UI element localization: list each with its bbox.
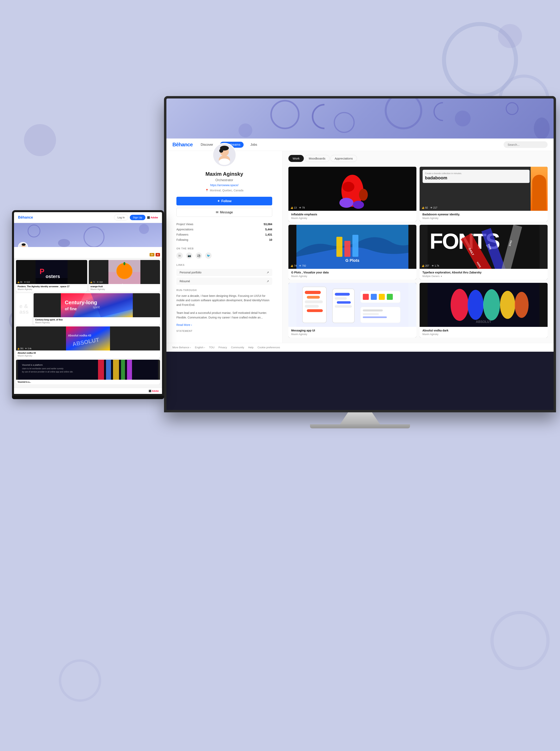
- message-button[interactable]: ✉ Message: [176, 208, 272, 217]
- tablet-signup-button[interactable]: Sign Up: [130, 215, 145, 220]
- behance-logo: Bēhance: [173, 141, 193, 148]
- social-linkedin[interactable]: in: [176, 252, 183, 259]
- link-portfolio[interactable]: Personal portfolio ↗: [176, 269, 272, 276]
- project-card-absolut[interactable]: ABSOLUT Absolut vodka dark Maxim Aginsky: [420, 283, 547, 338]
- stats-table: Project Views 53,084 Appreciations 5,444…: [176, 222, 272, 243]
- tablet-nav-buttons: Log In Sign Up ⬛ Adobe: [114, 215, 158, 220]
- svg-point-73: [58, 239, 70, 247]
- svg-point-23: [342, 182, 354, 192]
- svg-rect-47: [307, 309, 323, 312]
- tab-appreciations[interactable]: Appreciations: [331, 155, 357, 162]
- svg-text:G Plots: G Plots: [345, 258, 359, 263]
- tablet-screen: Bēhance Log In Sign Up ⬛ Adobe: [12, 210, 164, 396]
- svg-rect-59: [363, 309, 383, 311]
- profile-title: Orchestrator: [176, 178, 272, 182]
- link-resume[interactable]: Résumé ↗: [176, 277, 272, 285]
- tablet-footer: ⬛ Adobe: [14, 388, 162, 394]
- svg-point-11: [386, 98, 421, 128]
- tablet-proj-poster-info: Posters. The Aginsky identity arrowww . …: [16, 284, 87, 292]
- tablet-badge-ai: Gr: [149, 253, 154, 256]
- project-card-fonts[interactable]: FONTS DAILY HOPE TYPE: [420, 225, 547, 280]
- tablet-proj-dark[interactable]: Vouvred is a platform claim to let world…: [16, 360, 160, 384]
- svg-rect-105: [127, 360, 132, 380]
- svg-rect-54: [363, 294, 369, 300]
- stats-row-views: Project Views 53,084: [176, 222, 272, 227]
- tablet-proj-dark-info: Vouvred is a...: [16, 380, 160, 384]
- nav-discover[interactable]: Discover: [199, 142, 215, 148]
- svg-rect-28: [336, 237, 342, 257]
- tab-work[interactable]: Work: [288, 155, 304, 162]
- footer-cookie-prefs[interactable]: Cookie preferences: [257, 346, 280, 349]
- tablet-proj-row-1: P osters 👍 86 👁 619 Posters. The Aginsky…: [16, 260, 160, 292]
- project-info-fonts: Typeface exploration; Absolut thru Zabar…: [420, 269, 547, 280]
- profile-content: Maxim Aginsky Orchestrator https://arrow…: [166, 151, 554, 343]
- svg-rect-50: [335, 297, 347, 300]
- svg-point-76: [22, 244, 26, 246]
- svg-point-86: [123, 262, 125, 265]
- tablet-proj-row-2: e & ass: [16, 293, 160, 325]
- project-card-inflatable[interactable]: 👍 13 👁 79 Inflatable emphasis Maxim Agin…: [288, 167, 416, 222]
- tablet-proj-orange[interactable]: MAXYIM 👍 71 👁 410 orange-fruit Maxim Agi…: [89, 260, 160, 292]
- tablet-proj-poster[interactable]: P osters 👍 86 👁 619 Posters. The Aginsky…: [16, 260, 87, 292]
- svg-rect-46: [305, 305, 319, 308]
- svg-point-12: [455, 111, 471, 126]
- footer-privacy[interactable]: Privacy: [218, 346, 227, 349]
- monitor-base: [310, 424, 410, 428]
- svg-text:Century-long: Century-long: [65, 300, 97, 305]
- project-info-gplots: G Plots , Visualize your data Maxim Agin…: [288, 269, 416, 280]
- project-card-chat[interactable]: Messaging app UI Maxim Aginsky: [288, 283, 416, 338]
- svg-rect-56: [379, 294, 385, 300]
- tablet-badge-gr: Ai: [156, 253, 160, 256]
- project-card-gplots[interactable]: G Plots 👍 74 👁 792 G Plots , Visualize y…: [288, 225, 416, 280]
- nav-jobs[interactable]: Jobs: [248, 142, 259, 148]
- on-the-web-label: ON THE WEB: [176, 247, 272, 250]
- read-more-button[interactable]: Read More ›: [176, 323, 272, 326]
- svg-point-19: [219, 149, 223, 153]
- project-info-inflatable: Inflatable emphasis Maxim Aginsky: [288, 211, 416, 222]
- tablet-proj-orange-info: orange-fruit Maxim Aginsky: [89, 284, 160, 292]
- svg-text:of fine: of fine: [65, 307, 77, 311]
- svg-rect-30: [353, 235, 358, 257]
- tablet-behance-logo: Bēhance: [18, 215, 33, 219]
- project-card-badaboom[interactable]: Create a brande collection in minutes. b…: [420, 167, 547, 222]
- footer-community[interactable]: Community: [231, 346, 244, 349]
- svg-rect-52: [335, 305, 352, 308]
- dropdown-icon: ▼: [440, 275, 442, 277]
- svg-rect-29: [344, 241, 351, 257]
- profile-website[interactable]: https://arrowww.space/: [176, 184, 272, 187]
- social-dribbble[interactable]: ⚽: [196, 252, 202, 259]
- absolut-stats: 👍 391 👁 3.4k: [17, 347, 32, 350]
- tablet-proj-absolut[interactable]: Absolut vodka 43 ABSOLUT 👍 391 👁 3.4k Ab…: [16, 326, 160, 358]
- svg-rect-101: [98, 360, 104, 380]
- tab-moodboards[interactable]: Moodboards: [305, 155, 329, 162]
- svg-rect-97: [18, 360, 158, 380]
- social-instagram[interactable]: 📷: [186, 252, 193, 259]
- svg-text:claim to let worldwide users a: claim to let worldwide users and earlier…: [22, 367, 63, 370]
- svg-text:Vouvred is a platform: Vouvred is a platform: [22, 364, 43, 366]
- follow-button[interactable]: ✦ Follow: [176, 197, 272, 205]
- social-twitter[interactable]: 🐦: [205, 252, 212, 259]
- avatar: [213, 143, 236, 167]
- svg-rect-61: [363, 316, 387, 318]
- svg-point-13: [506, 103, 518, 115]
- footer-english[interactable]: English ›: [195, 346, 205, 349]
- footer-help[interactable]: Help: [248, 346, 254, 349]
- svg-text:spirit.: spirit.: [93, 305, 100, 309]
- footer-more-behance[interactable]: More Behance ›: [173, 346, 191, 349]
- svg-point-65: [483, 289, 500, 321]
- fonts-stats: 👍 207 👁 1.7k: [422, 265, 439, 267]
- gplots-stats: 👍 74 👁 792: [291, 265, 306, 267]
- monitor-stand: [340, 412, 380, 424]
- svg-point-21: [219, 158, 230, 165]
- external-link-icon-2: ↗: [266, 280, 269, 283]
- svg-point-9: [271, 101, 299, 128]
- poster-stats: 👍 86 👁 619: [17, 281, 30, 283]
- social-icons: in 📷 ⚽ 🐦: [176, 252, 272, 259]
- orange-stats: 👍 71 👁 410: [90, 281, 103, 283]
- nav-search-input[interactable]: [504, 141, 547, 148]
- footer-tou[interactable]: TOU: [209, 346, 214, 349]
- tablet-proj-century[interactable]: Century-long of fine spirit. Century-lon…: [34, 293, 160, 325]
- external-link-icon: ↗: [266, 271, 269, 274]
- follow-plus-icon: ✦: [217, 199, 220, 203]
- tablet-login-button[interactable]: Log In: [114, 215, 128, 220]
